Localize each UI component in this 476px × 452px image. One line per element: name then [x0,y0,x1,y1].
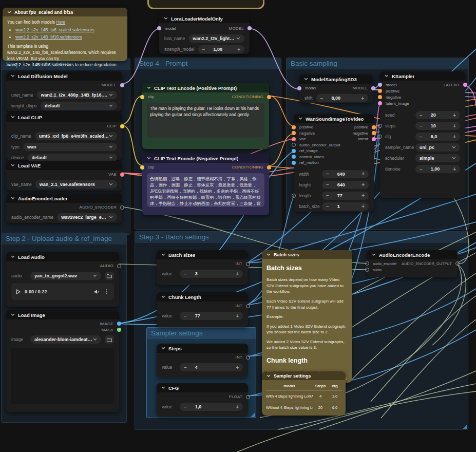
positive-prompt-textarea[interactable]: The man is playing the guitar. He looks … [147,103,264,138]
increment-icon[interactable]: + [361,96,364,101]
play-icon[interactable] [16,289,21,294]
node-header[interactable]: Steps [157,344,248,353]
node-header[interactable]: CLIP Text Encode (Positive Prompt) [142,83,269,92]
collapse-icon[interactable] [164,16,168,21]
latent-image-input-socket[interactable] [378,101,382,105]
seed-stepper[interactable]: − 20 + [415,111,460,119]
audio-input-socket[interactable] [365,268,369,272]
model-output-socket[interactable] [371,86,375,90]
model-output-socket[interactable] [247,26,252,30]
image-preview-area[interactable] [11,348,114,404]
node-header[interactable]: LoraLoaderModelOnly [159,14,250,23]
float-output-socket[interactable] [246,395,250,399]
shift-stepper[interactable]: − 8,00 + [316,94,368,102]
cfg-stepper[interactable]: − 6,0 + [415,133,460,141]
collapse-icon[interactable] [11,74,15,78]
collapse-icon[interactable] [11,196,15,200]
ref-motion-input-socket[interactable] [292,161,296,165]
node-batch-sizes[interactable]: Batch sizes INT value − 3 + [157,250,248,285]
scheduler-combo[interactable]: simple [415,154,460,162]
mask-output-socket[interactable] [117,328,121,332]
node-header[interactable]: Load CLIP [6,112,122,122]
latent-output-socket[interactable] [463,83,467,87]
negative-output-socket[interactable] [372,131,376,135]
note-header[interactable]: About fp8_scaled and bf16 [3,8,127,16]
note-header[interactable]: Batch sizes [262,250,352,259]
audio-output-socket[interactable] [117,264,121,268]
note-collapsed-top[interactable] [147,0,264,9]
steps-input-socket[interactable] [378,124,382,128]
conditioning-output-socket[interactable] [267,95,271,99]
model-input-socket[interactable] [297,86,301,90]
node-wan-sound-image-to-video[interactable]: WanSoundImageToVideo positive positive n… [294,114,374,212]
increment-icon[interactable]: + [236,365,239,370]
collapse-icon[interactable] [11,313,15,317]
negative-input-socket[interactable] [292,131,296,135]
collapse-icon[interactable] [161,386,165,390]
cfg-input-socket[interactable] [378,135,382,139]
control-video-input-socket[interactable] [292,155,296,159]
positive-input-socket[interactable] [378,89,382,93]
value-stepper[interactable]: − 1,0 + [180,403,243,411]
int-output-socket[interactable] [246,355,250,360]
collapse-icon[interactable] [147,156,151,160]
ref-image-input-socket[interactable] [292,149,296,153]
vae-input-socket[interactable] [292,137,296,141]
here-link[interactable]: Here [56,20,65,25]
volume-icon[interactable] [94,289,100,294]
collapse-icon[interactable] [372,253,376,257]
increment-icon[interactable]: + [453,166,456,172]
upload-file-button[interactable] [105,272,114,280]
collapse-icon[interactable] [304,77,308,81]
node-header[interactable]: AudioEncoderLoader [6,194,122,203]
collapse-icon[interactable] [161,346,165,350]
upload-file-button[interactable] [105,335,114,344]
node-audio-encoder-encode[interactable]: AudioEncoderEncode audio_encoder AUDIO_E… [367,250,458,277]
image-file-combo[interactable]: alexander-blom-iamdeath01.jpg [30,335,101,344]
conditioning-output-socket[interactable] [267,165,271,170]
note-batch-sizes[interactable]: Batch sizes Batch sizes Batch sizes depe… [262,250,352,383]
audio-encoder-input-socket[interactable] [365,261,369,266]
increment-icon[interactable]: + [236,313,239,319]
width-stepper[interactable]: − 640 + [322,170,369,178]
audio-encoder-output-input-socket[interactable] [292,143,296,147]
denoise-stepper[interactable]: − 1,00 + [415,165,460,173]
collapse-icon[interactable] [147,86,151,90]
node-header[interactable]: Batch sizes [157,250,248,259]
node-chunk-length[interactable]: Chunk Length INT value − 77 + [157,292,248,327]
model-input-socket[interactable] [157,26,161,30]
batch-size-stepper[interactable]: − 1 + [322,202,369,211]
collapse-icon[interactable] [385,74,389,78]
audio-encoder-name-combo[interactable]: wav2vec2_large_english_fp16.safetensors [57,213,117,221]
node-header[interactable]: Load Image [6,310,119,319]
note-header[interactable]: Sampler settings [262,371,346,380]
node-header[interactable]: Load Diffusion Model [6,71,122,81]
node-ksampler[interactable]: KSampler model LATENT positive negative … [380,71,465,198]
node-load-audio[interactable]: Load Audio AUDIO audio yan_to_gogol2.wav… [6,252,119,307]
audio-player[interactable]: 0:00 / 0:22 ⋮ [11,283,114,300]
increment-icon[interactable]: + [453,123,456,129]
model-input-socket[interactable] [378,83,382,87]
image-output-socket[interactable] [117,322,121,326]
value-stepper[interactable]: − 4 + [180,363,243,371]
node-load-vae[interactable]: Load VAE VAE vae_name wan_2.1_vae.safete… [6,161,122,191]
node-header[interactable]: CLIP Text Encode (Negative Prompt) [142,154,269,163]
increment-icon[interactable]: + [361,193,365,198]
collapse-icon[interactable] [11,115,15,119]
node-model-sampling-sd3[interactable]: ModelSamplingSD3 model MODEL shift − 8,0… [299,74,373,103]
audio-encoder-output-socket[interactable] [455,261,460,266]
unet-name-combo[interactable]: wan2.1_i2v_480p_14B_fp16.safetensors [37,91,117,99]
node-audio-encoder-loader[interactable]: AudioEncoderLoader AUDIO_ENCODER audio_e… [6,194,122,223]
kebab-menu-icon[interactable]: ⋮ [104,288,109,295]
node-load-clip[interactable]: Load CLIP CLIP clip_name umt5_xxl_fp8_e4… [6,112,122,160]
note-sampler-settings-table[interactable]: Sampler settings model Steps cfg With 4 … [262,371,346,416]
clip-name-combo[interactable]: umt5_xxl_fp8_e4m3fn_scaled.safetensors [35,132,117,140]
node-cfg[interactable]: CFG FLOAT value − 1,0 + [157,383,248,416]
increment-icon[interactable]: + [236,404,239,410]
collapse-icon[interactable] [161,253,165,257]
node-header[interactable]: Load VAE [6,161,122,170]
int-output-socket[interactable] [246,304,250,308]
clip-input-socket[interactable] [140,165,144,170]
node-header[interactable]: ModelSamplingSD3 [299,74,373,84]
value-stepper[interactable]: − 77 + [180,312,243,320]
